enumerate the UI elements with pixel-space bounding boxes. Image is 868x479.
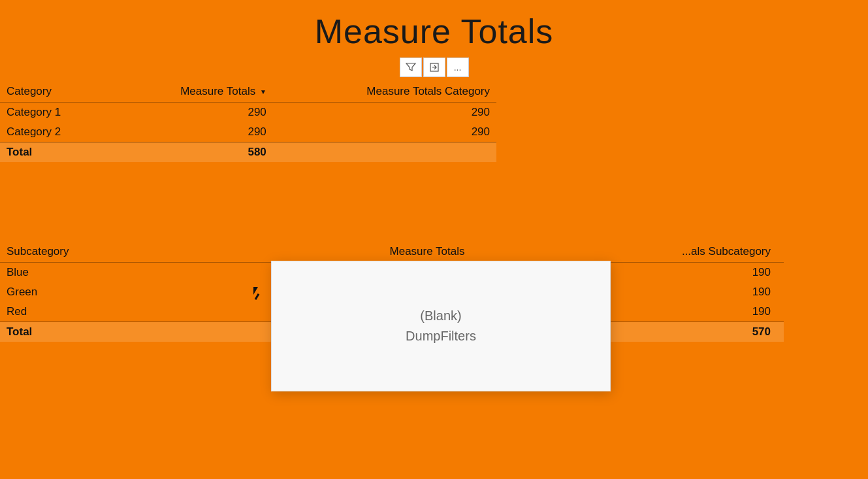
cell-total-label: Total	[0, 142, 110, 163]
col-header-measure-totals-category: Measure Totals Category	[273, 81, 496, 103]
table-row: Category 2 290 290	[0, 122, 496, 142]
cell-category: Category 1	[0, 103, 110, 123]
cell-subcategory: Blue	[0, 263, 217, 283]
col-header-category: Category	[0, 81, 110, 103]
popup-item-dumpfilters: DumpFilters	[406, 329, 476, 344]
sort-arrow-icon: ▼	[260, 88, 266, 95]
col-header-subcategory: Subcategory	[0, 241, 217, 263]
col-header-measure-totals: Measure Totals ▼	[110, 81, 273, 103]
table-row: Category 1 290 290	[0, 103, 496, 123]
cell-measure-totals: 290	[110, 122, 273, 142]
col-header-measure-totals-subcategory: ...als Subcategory	[471, 241, 784, 263]
filter-button[interactable]	[400, 58, 422, 77]
cell-total-category	[273, 142, 496, 163]
cell-subcategory: Red	[0, 302, 217, 322]
more-button[interactable]: ...	[447, 58, 469, 77]
tooltip-popup: (Blank) DumpFilters	[271, 261, 611, 391]
toolbar: ...	[0, 58, 868, 77]
export-button[interactable]	[423, 58, 445, 77]
page-title: Measure Totals	[0, 0, 868, 58]
cell-measure-totals: 290	[110, 103, 273, 123]
cell-total-label: Total	[0, 322, 217, 342]
cell-measure-totals-category: 290	[273, 103, 496, 123]
total-row: Total 580	[0, 142, 496, 163]
popup-item-blank: (Blank)	[420, 308, 461, 323]
cell-subcategory: Green	[0, 282, 217, 302]
cell-total-measure: 580	[110, 142, 273, 163]
top-table: Category Measure Totals ▼ Measure Totals…	[0, 81, 496, 162]
cell-measure-totals-category: 290	[273, 122, 496, 142]
cell-category: Category 2	[0, 122, 110, 142]
col-header-measure-totals-2: Measure Totals	[217, 241, 472, 263]
